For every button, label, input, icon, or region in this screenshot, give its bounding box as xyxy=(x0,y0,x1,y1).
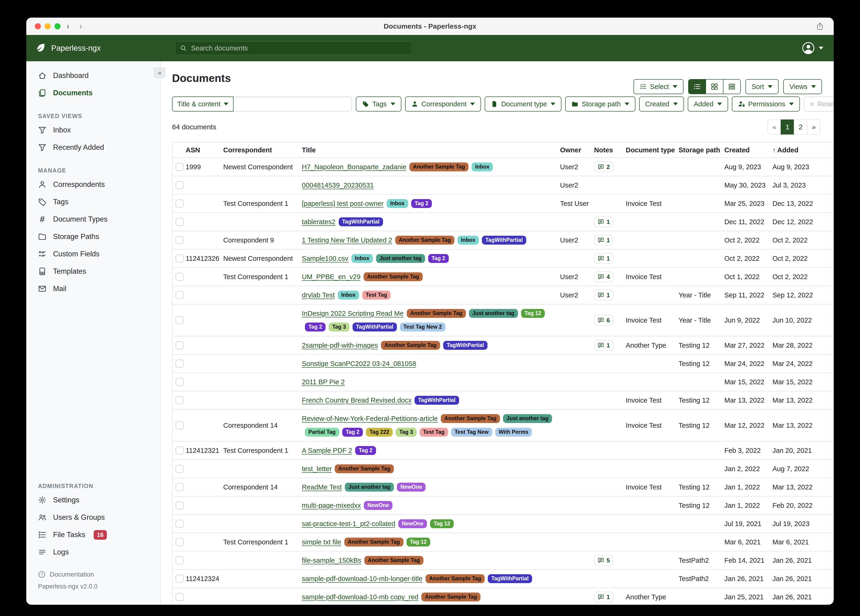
filter-button-tags[interactable]: Tags xyxy=(356,96,401,112)
sidebar-item-tags[interactable]: Tags xyxy=(26,193,160,211)
tag-badge[interactable]: Inbox xyxy=(386,199,408,208)
tag-badge[interactable]: Tag 12 xyxy=(521,309,545,318)
notes-badge[interactable]: 1 xyxy=(594,235,613,245)
sidebar-item-storage-paths[interactable]: Storage Paths xyxy=(26,228,160,245)
zoom-window-button[interactable] xyxy=(55,23,61,29)
tag-badge[interactable]: Inbox xyxy=(352,254,373,263)
row-checkbox[interactable] xyxy=(176,360,184,368)
notes-badge[interactable]: 5 xyxy=(594,555,613,566)
view-mode-grid-button[interactable] xyxy=(706,80,723,94)
document-title-link[interactable]: simple txt file xyxy=(302,538,341,546)
row-checkbox[interactable] xyxy=(176,483,184,491)
browser-back-icon[interactable]: ‹ xyxy=(67,21,69,31)
row-checkbox[interactable] xyxy=(176,556,184,564)
title-content-dropdown-button[interactable]: Title & content xyxy=(172,96,234,112)
sidebar-item-file-tasks[interactable]: File Tasks16 xyxy=(26,526,160,544)
tag-badge[interactable]: Tag 2 xyxy=(428,254,449,263)
tag-badge[interactable]: Inbox xyxy=(457,236,479,245)
document-title-link[interactable]: French Country Bread Revised.docx xyxy=(302,396,411,404)
document-title-link[interactable]: file-sample_150kBs xyxy=(302,556,361,564)
view-mode-details-button[interactable] xyxy=(723,80,740,94)
tag-badge[interactable]: Another Sample Tag xyxy=(364,272,423,281)
tag-badge[interactable]: TagWithPartial xyxy=(353,322,397,332)
tag-badge[interactable]: Inbox xyxy=(338,291,359,300)
notes-badge[interactable]: 1 xyxy=(594,340,613,351)
tag-badge[interactable]: Tag 2 xyxy=(305,322,326,332)
tag-badge[interactable]: Another Sample Tag xyxy=(395,236,454,245)
tag-badge[interactable]: TagWithPartial xyxy=(488,574,532,583)
column-header-asn[interactable]: ASN xyxy=(186,142,223,158)
tag-badge[interactable]: Tag 3 xyxy=(396,428,416,437)
sidebar-collapse-button[interactable]: « xyxy=(154,68,165,78)
document-title-link[interactable]: sample-pdf-download-10-mb-longer-title xyxy=(302,575,422,582)
tag-badge[interactable]: Tag 2 xyxy=(411,199,432,208)
column-header-document-type[interactable]: Document type xyxy=(626,142,679,158)
column-header-storage-path[interactable]: Storage path xyxy=(679,142,724,158)
tag-badge[interactable]: Tag 222 xyxy=(366,428,393,437)
tag-badge[interactable]: Another Sample Tag xyxy=(364,556,424,565)
tag-badge[interactable]: Another Sample Tag xyxy=(407,309,466,318)
document-title-link[interactable]: 2011 BP Pie 2 xyxy=(302,378,345,386)
sidebar-item-settings[interactable]: Settings xyxy=(26,491,160,509)
tag-badge[interactable]: Another Sample Tag xyxy=(335,464,394,473)
column-header-owner[interactable]: Owner xyxy=(560,142,594,158)
views-button[interactable]: Views xyxy=(783,79,822,94)
row-checkbox[interactable] xyxy=(176,273,184,281)
row-checkbox[interactable] xyxy=(176,163,184,171)
tag-badge[interactable]: NewOne xyxy=(364,501,392,510)
row-checkbox[interactable] xyxy=(176,291,184,299)
search-input[interactable] xyxy=(191,44,412,52)
row-checkbox[interactable] xyxy=(176,465,184,473)
document-title-link[interactable]: Sample100.csv xyxy=(302,255,348,262)
tag-badge[interactable]: Just another tag xyxy=(345,482,394,492)
share-icon[interactable] xyxy=(816,22,824,31)
column-header-notes[interactable]: Notes xyxy=(594,142,626,158)
tag-badge[interactable]: Just another tag xyxy=(469,309,518,318)
sidebar-item-document-types[interactable]: #Document Types xyxy=(26,211,160,228)
column-header-correspondent[interactable]: Correspondent xyxy=(223,142,302,158)
column-header-title[interactable]: Title xyxy=(302,142,560,158)
document-title-link[interactable]: 1 Testing New Title Updated 2 xyxy=(302,236,392,244)
notes-badge[interactable]: 1 xyxy=(594,592,613,602)
tag-badge[interactable]: Partial Tag xyxy=(305,428,339,437)
select-button[interactable]: Select xyxy=(634,79,684,94)
page-button-1[interactable]: 1 xyxy=(781,119,794,135)
notes-badge[interactable]: 1 xyxy=(594,290,613,300)
document-title-link[interactable]: 2sample-pdf-with-images xyxy=(302,342,378,349)
filter-button-document-type[interactable]: Document type xyxy=(485,96,562,112)
document-title-link[interactable]: UM_PPBE_en_v29 xyxy=(302,273,361,281)
document-title-link[interactable]: multi-page-mixedxx xyxy=(302,502,361,509)
filter-button-storage-path[interactable]: Storage path xyxy=(565,96,635,112)
row-checkbox[interactable] xyxy=(176,538,184,546)
filter-button-reset-filters[interactable]: ×Reset filters xyxy=(804,96,834,112)
sidebar-item-recently-added[interactable]: Recently Added xyxy=(26,139,160,156)
tag-badge[interactable]: Test Tag New xyxy=(451,428,492,437)
tag-badge[interactable]: Another Sample Tag xyxy=(381,341,440,350)
tag-badge[interactable]: Tag 2 xyxy=(342,428,363,437)
row-checkbox[interactable] xyxy=(176,421,184,429)
sidebar-item-logs[interactable]: Logs xyxy=(26,544,160,561)
page-button-next[interactable]: » xyxy=(807,119,821,135)
row-checkbox[interactable] xyxy=(176,255,184,262)
sidebar-item-custom-fields[interactable]: Custom Fields xyxy=(26,245,160,263)
title-content-filter-input[interactable] xyxy=(234,96,352,112)
user-menu[interactable] xyxy=(802,42,823,55)
tag-badge[interactable]: Tag 12 xyxy=(430,519,454,528)
filter-button-created[interactable]: Created xyxy=(639,96,684,112)
close-window-button[interactable] xyxy=(35,23,41,29)
page-button-prev[interactable]: « xyxy=(767,119,781,135)
minimize-window-button[interactable] xyxy=(45,23,51,29)
row-checkbox[interactable] xyxy=(176,236,184,244)
document-title-link[interactable]: ReadMe Test xyxy=(302,483,342,491)
document-title-link[interactable]: drylab Test xyxy=(302,291,335,299)
row-checkbox[interactable] xyxy=(176,200,184,207)
tag-badge[interactable]: NewOne xyxy=(398,519,427,528)
filter-button-added[interactable]: Added xyxy=(688,96,728,112)
document-title-link[interactable]: Sonstige ScanPC2022 03-24_081058 xyxy=(302,360,416,368)
row-checkbox[interactable] xyxy=(176,341,184,349)
notes-badge[interactable]: 2 xyxy=(594,162,613,172)
sort-button[interactable]: Sort xyxy=(745,79,778,94)
row-checkbox[interactable] xyxy=(176,446,184,454)
tag-badge[interactable]: Tag 2 xyxy=(355,446,376,455)
tag-badge[interactable]: Another Sample Tag xyxy=(421,592,480,602)
